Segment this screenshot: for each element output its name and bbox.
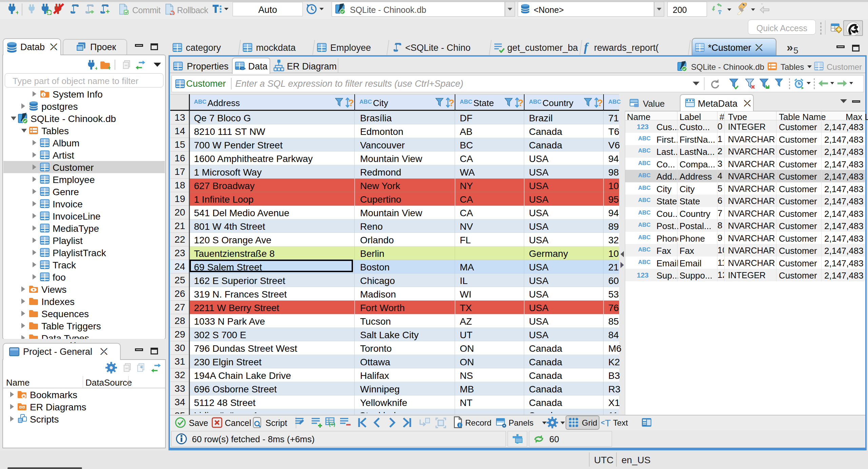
svg-text:<>: <> [239, 66, 245, 71]
svg-text:T: T [605, 418, 611, 428]
svg-text:+: + [107, 64, 111, 70]
svg-text:i: i [459, 422, 460, 428]
svg-text:(+): (+) [329, 421, 335, 427]
svg-text:+: + [95, 65, 97, 70]
svg-text:★: ★ [22, 394, 26, 399]
svg-text:+: + [16, 9, 18, 15]
svg-text:*: * [761, 3, 763, 8]
svg-text:+: + [106, 8, 110, 14]
svg-text:<: < [601, 419, 605, 426]
svg-text:i: i [43, 92, 44, 97]
